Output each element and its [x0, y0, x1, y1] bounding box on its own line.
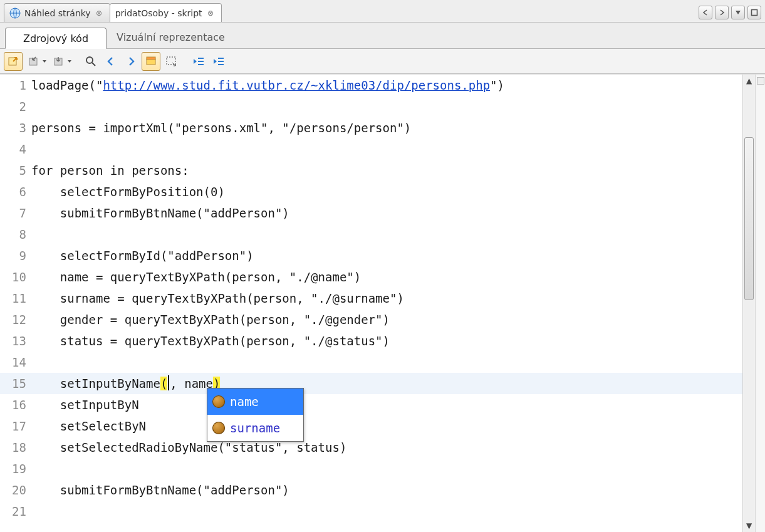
status-ok-icon	[757, 77, 764, 85]
code-line[interactable]: 13 status = queryTextByXPath(person, "./…	[0, 330, 742, 352]
code-text[interactable]	[30, 352, 742, 373]
autocomplete-label: surname	[230, 417, 280, 439]
maximize-button[interactable]	[747, 6, 761, 19]
line-number: 8	[0, 224, 30, 245]
line-number: 21	[0, 501, 30, 522]
indent-icon[interactable]	[209, 52, 228, 71]
code-line[interactable]: 5for person in persons:	[0, 160, 742, 181]
variable-icon	[212, 395, 225, 408]
vertical-scrollbar[interactable]: ▲ ▼	[742, 75, 755, 532]
code-line[interactable]: 10 name = queryTextByXPath(person, "./@n…	[0, 266, 742, 288]
scroll-right-button[interactable]	[715, 6, 729, 19]
line-number: 18	[0, 437, 30, 458]
code-line[interactable]: 3persons = importXml("persons.xml", "/pe…	[0, 117, 742, 138]
line-number: 1	[0, 75, 30, 96]
svg-point-5	[86, 57, 93, 63]
tab-label: pridatOsoby - skript	[115, 8, 202, 18]
url-link[interactable]: http://www.stud.fit.vutbr.cz/~xklime03/d…	[103, 78, 490, 92]
scrollbar-thumb[interactable]	[744, 137, 754, 300]
editor-tab-strip: Náhled stránky ⊗ pridatOsoby - skript ⊗	[0, 0, 765, 23]
svg-rect-1	[752, 10, 757, 16]
code-line[interactable]: 16 setInputByN ", surname)	[0, 394, 742, 415]
line-number: 17	[0, 415, 30, 437]
line-number: 20	[0, 479, 30, 501]
code-line[interactable]: 1loadPage("http://www.stud.fit.vutbr.cz/…	[0, 75, 742, 96]
autocomplete-item[interactable]: name	[207, 389, 303, 415]
view-visual-button[interactable]: Vizuální reprezentace	[113, 31, 229, 48]
code-editor[interactable]: 1loadPage("http://www.stud.fit.vutbr.cz/…	[0, 75, 742, 532]
tab-page-preview[interactable]: Náhled stránky ⊗	[4, 3, 110, 22]
tab-list-button[interactable]	[731, 6, 745, 19]
scroll-down-icon[interactable]: ▼	[743, 519, 755, 532]
editor-tabs: Náhled stránky ⊗ pridatOsoby - skript ⊗	[4, 3, 699, 22]
close-icon[interactable]: ⊗	[206, 9, 215, 18]
line-number: 16	[0, 394, 30, 415]
nav-back-icon[interactable]	[101, 52, 120, 71]
view-source-button[interactable]: Zdrojový kód	[5, 28, 107, 49]
code-line[interactable]: 6 selectFormByPosition(0)	[0, 181, 742, 202]
chevron-down-icon[interactable]	[66, 52, 73, 71]
code-line[interactable]: 15 setInputByName(, name)	[0, 373, 742, 394]
code-line[interactable]: 20 submitFormByBtnName("addPerson")	[0, 479, 742, 501]
line-number: 6	[0, 181, 30, 202]
autocomplete-item[interactable]: surname	[207, 415, 303, 441]
line-number: 9	[0, 245, 30, 266]
line-number: 10	[0, 266, 30, 288]
code-line[interactable]: 14	[0, 352, 742, 373]
code-text[interactable]: persons = importXml("persons.xml", "/per…	[30, 117, 742, 138]
code-line[interactable]: 19	[0, 458, 742, 479]
code-line[interactable]: 9 selectFormById("addPerson")	[0, 245, 742, 266]
code-text[interactable]: setSelectByN ", gender)	[30, 415, 742, 437]
export-icon[interactable]	[4, 52, 23, 71]
tab-script[interactable]: pridatOsoby - skript ⊗	[110, 3, 222, 22]
code-text[interactable]: for person in persons:	[30, 160, 742, 181]
code-text[interactable]: submitFormByBtnName("addPerson")	[30, 479, 742, 501]
line-number: 5	[0, 160, 30, 181]
code-line[interactable]: 4	[0, 138, 742, 160]
import-icon[interactable]	[24, 52, 43, 71]
code-text[interactable]	[30, 138, 742, 160]
code-text[interactable]	[30, 96, 742, 117]
code-text[interactable]	[30, 501, 742, 522]
code-text[interactable]: name = queryTextByXPath(person, "./@name…	[30, 266, 742, 288]
outdent-icon[interactable]	[189, 52, 208, 71]
code-text[interactable]	[30, 458, 742, 479]
view-visual-label: Vizuální reprezentace	[117, 31, 225, 43]
chevron-down-icon[interactable]	[41, 52, 48, 71]
code-text[interactable]: setSelectedRadioByName("status", status)	[30, 437, 742, 458]
code-text[interactable]: surname = queryTextByXPath(person, "./@s…	[30, 288, 742, 309]
find-icon[interactable]	[81, 52, 100, 71]
line-number: 13	[0, 330, 30, 352]
line-number: 19	[0, 458, 30, 479]
code-line[interactable]: 21	[0, 501, 742, 522]
code-text[interactable]: submitFormByBtnName("addPerson")	[30, 202, 742, 224]
scroll-up-icon[interactable]: ▲	[743, 75, 755, 87]
code-line[interactable]: 12 gender = queryTextByXPath(person, "./…	[0, 309, 742, 330]
scrollbar-track[interactable]	[743, 87, 755, 519]
code-line[interactable]: 8	[0, 224, 742, 245]
code-line[interactable]: 17 setSelectByN ", gender)	[0, 415, 742, 437]
view-source-label: Zdrojový kód	[23, 33, 88, 44]
code-line[interactable]: 7 submitFormByBtnName("addPerson")	[0, 202, 742, 224]
line-number: 3	[0, 117, 30, 138]
nav-forward-icon[interactable]	[122, 52, 140, 71]
scroll-left-button[interactable]	[699, 6, 712, 19]
highlight-icon[interactable]	[142, 52, 160, 71]
code-text[interactable]: gender = queryTextByXPath(person, "./@ge…	[30, 309, 742, 330]
code-text[interactable]: selectFormById("addPerson")	[30, 245, 742, 266]
code-text[interactable]: loadPage("http://www.stud.fit.vutbr.cz/~…	[30, 75, 742, 96]
code-text[interactable]	[30, 224, 742, 245]
error-stripe: ↔	[755, 75, 765, 532]
editor-toolbar	[0, 49, 765, 74]
select-rect-icon[interactable]	[162, 52, 180, 71]
close-icon[interactable]: ⊗	[95, 9, 103, 18]
code-text[interactable]: status = queryTextByXPath(person, "./@st…	[30, 330, 742, 352]
code-line[interactable]: 11 surname = queryTextByXPath(person, ".…	[0, 288, 742, 309]
code-line[interactable]: 18 setSelectedRadioByName("status", stat…	[0, 437, 742, 458]
code-text[interactable]: setInputByN ", surname)	[30, 394, 742, 415]
line-number: 15	[0, 373, 30, 394]
code-line[interactable]: 2	[0, 96, 742, 117]
download-icon[interactable]	[49, 52, 68, 71]
code-text[interactable]: setInputByName(, name)	[30, 373, 742, 394]
code-text[interactable]: selectFormByPosition(0)	[30, 181, 742, 202]
